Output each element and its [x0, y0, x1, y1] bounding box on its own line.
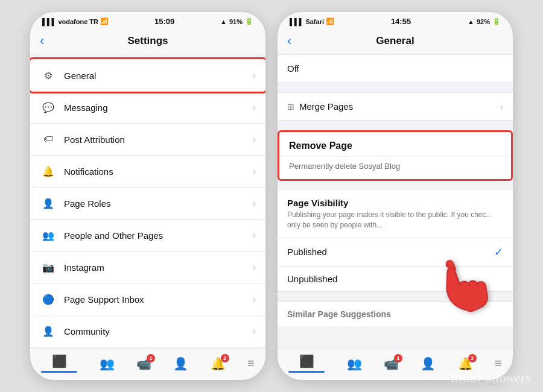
- merge-pages-item[interactable]: ⊞ Merge Pages ›: [278, 92, 513, 121]
- tab-menu-left[interactable]: ≡: [247, 356, 255, 370]
- wifi-left: 📶: [100, 17, 109, 25]
- tab-video-right[interactable]: 📹 1: [384, 356, 399, 371]
- post-attribution-arrow: ›: [253, 134, 256, 145]
- remove-page-box: Remove Page Permanently delete Sosyal Bl…: [278, 130, 513, 181]
- merge-section: ⊞ Merge Pages ›: [278, 92, 513, 121]
- visibility-desc: Publishing your page makes it visible to…: [287, 210, 503, 230]
- time-left: 15:09: [154, 17, 174, 26]
- general-label: General: [64, 71, 253, 81]
- merge-pages-label: Merge Pages: [299, 101, 353, 112]
- battery-pct-right: 92%: [477, 18, 490, 25]
- phone-right: ▌▌▌ Safari 📶 14:55 ▲ 92% 🔋 ‹ General Off: [278, 12, 513, 380]
- off-label: Off: [287, 63, 299, 74]
- nav-title-right: General: [305, 35, 485, 47]
- instagram-arrow: ›: [253, 262, 256, 273]
- merge-pages-arrow: ›: [500, 101, 503, 112]
- spacer-2: [278, 121, 513, 130]
- battery-icon-left: 🔋: [245, 17, 253, 25]
- off-item[interactable]: Off: [278, 54, 513, 83]
- tab-profile-left[interactable]: 👤: [173, 356, 188, 371]
- battery-pct-left: 91%: [229, 18, 243, 25]
- tab-video-badge-right: 1: [394, 354, 402, 362]
- radio-unpublished[interactable]: Unpublished: [278, 267, 513, 292]
- general-content: Off ⊞ Merge Pages › Remove Page Permanen…: [278, 54, 513, 349]
- page-support-label: Page Support Inbox: [64, 294, 253, 305]
- tab-menu-right[interactable]: ≡: [495, 356, 502, 370]
- tab-friends-icon-left: 👥: [100, 356, 115, 371]
- visibility-section: Page Visibility Publishing your page mak…: [278, 191, 513, 238]
- tab-video-left[interactable]: 📹 1: [136, 356, 151, 371]
- instagram-label: Instagram: [64, 262, 253, 273]
- similar-pages-section: Similar Page Suggestions: [278, 302, 513, 326]
- page-support-icon: 🔵: [40, 291, 57, 308]
- tab-profile-right[interactable]: 👤: [421, 356, 436, 371]
- general-arrow: ›: [253, 70, 256, 81]
- spacer-4: [278, 292, 513, 302]
- tab-menu-icon-left: ≡: [247, 356, 255, 370]
- settings-item-messaging[interactable]: 💬 Messaging ›: [30, 92, 265, 124]
- merge-pages-content: ⊞ Merge Pages: [287, 101, 353, 112]
- screenshot-container: ▌▌▌ vodafone TR 📶 15:09 ▲ 91% 🔋 ‹ Settin…: [0, 0, 543, 392]
- tab-notifications-right[interactable]: 🔔 2: [458, 356, 473, 371]
- settings-item-notifications[interactable]: 🔔 Notifications ›: [30, 156, 265, 188]
- instagram-icon: 📷: [40, 259, 57, 276]
- settings-item-instagram[interactable]: 📷 Instagram ›: [30, 251, 265, 283]
- post-attribution-label: Post Attribution: [64, 134, 253, 145]
- back-button-left[interactable]: ‹: [40, 33, 58, 49]
- settings-list: ⚙ General › 💬 Messaging › 🏷 Post Attribu…: [30, 54, 265, 349]
- tab-friends-right[interactable]: 👥: [347, 356, 362, 371]
- messaging-label: Messaging: [64, 103, 253, 113]
- tab-profile-icon-right: 👤: [421, 356, 436, 371]
- nav-title-left: Settings: [58, 35, 238, 47]
- settings-item-page-support[interactable]: 🔵 Page Support Inbox ›: [30, 283, 265, 315]
- back-button-right[interactable]: ‹: [287, 33, 305, 49]
- community-arrow: ›: [253, 326, 256, 337]
- settings-item-community[interactable]: 👤 Community ›: [30, 315, 265, 347]
- gps-right: ▲: [468, 18, 474, 25]
- messaging-arrow: ›: [253, 102, 256, 113]
- visibility-title: Page Visibility: [287, 198, 503, 208]
- remove-page-subtitle: Permanently delete Sosyal Blog: [279, 157, 511, 179]
- tab-menu-icon-right: ≡: [495, 356, 502, 370]
- community-icon: 👤: [40, 323, 57, 340]
- tab-notifications-left[interactable]: 🔔 2: [211, 356, 226, 371]
- settings-item-post-attribution[interactable]: 🏷 Post Attribution ›: [30, 124, 265, 156]
- people-other-icon: 👥: [40, 227, 57, 244]
- messaging-icon: 💬: [40, 99, 57, 116]
- settings-item-general[interactable]: ⚙ General ›: [30, 59, 265, 92]
- visibility-desc-partial: your page makes it visible to the public…: [287, 210, 492, 229]
- tab-home-right[interactable]: ⬛: [288, 354, 325, 373]
- tab-home-icon-left: ⬛: [52, 354, 67, 368]
- page-roles-label: Page Roles: [64, 198, 253, 209]
- notifications-arrow: ›: [253, 166, 256, 177]
- battery-area-left: ▲ 91% 🔋: [220, 17, 253, 25]
- notifications-icon: 🔔: [40, 163, 57, 180]
- community-label: Community: [64, 326, 253, 337]
- tab-notif-badge-left: 2: [221, 354, 229, 362]
- spacer-1: [278, 83, 513, 92]
- status-bar-left: ▌▌▌ vodafone TR 📶 15:09 ▲ 91% 🔋: [30, 12, 265, 28]
- signal-right: ▌▌▌: [290, 18, 303, 25]
- battery-icon-right: 🔋: [492, 17, 501, 25]
- tab-profile-icon-left: 👤: [173, 356, 188, 371]
- signal-left: ▌▌▌: [42, 18, 56, 25]
- settings-item-people-other-pages[interactable]: 👥 People and Other Pages ›: [30, 220, 265, 251]
- radio-published[interactable]: Published ✓: [278, 238, 513, 267]
- off-section: Off: [278, 54, 513, 83]
- tab-friends-icon-right: 👥: [347, 356, 362, 371]
- tab-bar-right: ⬛ 👥 📹 1 👤 🔔 2 ≡: [278, 349, 513, 380]
- page-roles-icon: 👤: [40, 195, 57, 212]
- page-roles-arrow: ›: [253, 198, 256, 209]
- tab-friends-left[interactable]: 👥: [100, 356, 115, 371]
- tab-home-icon-right: ⬛: [299, 354, 314, 368]
- notifications-label: Notifications: [64, 166, 253, 177]
- similar-pages-label: Similar Page Suggestions: [287, 309, 391, 319]
- tab-video-badge-left: 1: [147, 354, 155, 362]
- remove-page-title[interactable]: Remove Page: [279, 132, 511, 157]
- phone-left: ▌▌▌ vodafone TR 📶 15:09 ▲ 91% 🔋 ‹ Settin…: [30, 12, 265, 380]
- tab-home-left[interactable]: ⬛: [41, 354, 77, 373]
- tab-notif-badge-right: 2: [468, 354, 477, 362]
- nav-bar-left: ‹ Settings: [30, 28, 265, 54]
- settings-item-page-roles[interactable]: 👤 Page Roles ›: [30, 188, 265, 220]
- carrier-left: ▌▌▌ vodafone TR 📶: [42, 17, 109, 25]
